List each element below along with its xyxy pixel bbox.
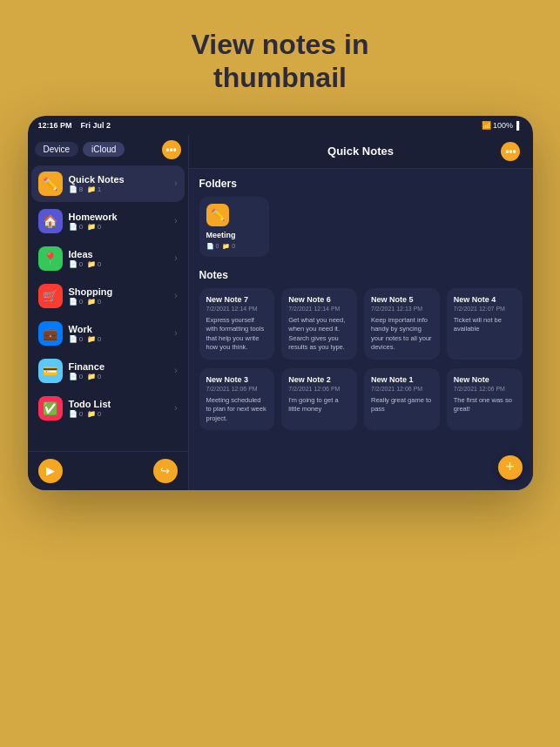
todo-icon: ✅ (38, 396, 63, 421)
main-scroll-area[interactable]: Folders ✏️ Meeting 📄 0 📁 0 Notes N (189, 169, 533, 490)
sidebar-item-quick-notes[interactable]: ✏️ Quick Notes 📄 8 📁 1 › (31, 165, 185, 202)
note-card-7[interactable]: New Note 7 7/2/2021 12:14 PM Express you… (199, 288, 275, 360)
finance-meta: 📄 0 📁 0 (69, 373, 175, 380)
work-icon: 💼 (38, 321, 63, 346)
todo-meta: 📄 0 📁 0 (69, 410, 175, 418)
sidebar-item-finance[interactable]: 💳 Finance 📄 0 📁 0 › (31, 353, 185, 389)
work-meta: 📄 0 📁 0 (69, 335, 175, 343)
main-title: Quick Notes (327, 145, 394, 158)
main-header: Quick Notes ••• (189, 135, 533, 169)
note-3-date: 7/2/2021 12:06 PM (206, 386, 268, 392)
note-6-date: 7/2/2021 12:14 PM (288, 306, 350, 312)
chevron-icon: › (174, 366, 177, 375)
ideas-label: Ideas (69, 249, 175, 259)
meeting-folder-name: Meeting (206, 231, 262, 239)
quick-notes-meta: 📄 8 📁 1 (69, 185, 175, 193)
note-5-date: 7/2/2021 12:13 PM (371, 306, 433, 312)
app-container: Device iCloud ••• ✏️ Quick Notes 📄 8 📁 1… (28, 135, 533, 490)
note-card-3[interactable]: New Note 3 7/2/2021 12:06 PM Meeting sch… (199, 368, 275, 431)
ideas-meta: 📄 0 📁 0 (69, 260, 175, 268)
note-0-date: 7/2/2021 12:06 PM (454, 386, 516, 392)
note-4-body: Ticket will not be available (454, 316, 516, 334)
todo-label: Todo List (69, 399, 175, 409)
quick-notes-label: Quick Notes (69, 174, 175, 185)
folders-section-title: Folders (199, 178, 523, 190)
tab-device[interactable]: Device (35, 142, 79, 157)
note-card-0[interactable]: New Note 7/2/2021 12:06 PM The first one… (447, 368, 523, 431)
note-card-6[interactable]: New Note 6 7/2/2021 12:14 PM Get what yo… (281, 288, 357, 360)
work-label: Work (69, 324, 175, 334)
homework-icon: 🏠 (38, 209, 63, 233)
note-5-title: New Note 5 (371, 295, 433, 304)
finance-info: Finance 📄 0 📁 0 (69, 361, 175, 380)
device-frame: 12:16 PM Fri Jul 2 📶 100% ▌ Device iClou… (28, 116, 533, 490)
notes-grid-row1: New Note 7 7/2/2021 12:14 PM Express you… (199, 288, 523, 360)
sidebar-item-shopping[interactable]: 🛒 Shopping 📄 0 📁 0 › (31, 278, 185, 314)
note-card-2[interactable]: New Note 2 7/2/2021 12:06 PM I'm going t… (281, 368, 357, 431)
folder-card-meeting[interactable]: ✏️ Meeting 📄 0 📁 0 (199, 197, 269, 257)
main-content-wrapper: Quick Notes ••• Folders ✏️ Meeting 📄 0 📁… (189, 135, 533, 490)
export-button[interactable]: ↪ (153, 459, 178, 483)
note-2-date: 7/2/2021 12:06 PM (288, 386, 350, 392)
note-2-title: New Note 2 (288, 375, 350, 384)
battery-icon: ▌ (516, 121, 522, 130)
sidebar-item-homework[interactable]: 🏠 Homework 📄 0 📁 0 › (31, 203, 185, 239)
main-more-button[interactable]: ••• (501, 142, 520, 161)
note-0-body: The first one was so great! (454, 396, 516, 414)
homework-meta: 📄 0 📁 0 (69, 223, 175, 231)
note-0-title: New Note (454, 375, 516, 384)
play-button[interactable]: ▶ (38, 459, 63, 483)
note-7-date: 7/2/2021 12:14 PM (206, 306, 268, 312)
finance-icon: 💳 (38, 359, 63, 383)
note-card-1[interactable]: New Note 1 7/2/2021 12:06 PM Really grea… (364, 368, 440, 431)
homework-label: Homework (69, 212, 175, 222)
status-bar: 12:16 PM Fri Jul 2 📶 100% ▌ (28, 116, 533, 135)
meeting-folder-meta: 📄 0 📁 0 (206, 243, 262, 250)
sidebar-more-button[interactable]: ••• (162, 140, 181, 159)
note-2-body: I'm going to get a little money (288, 396, 350, 414)
note-3-body: Meeting scheduled to plan for next week … (206, 396, 268, 424)
note-card-4[interactable]: New Note 4 7/2/2021 12:07 PM Ticket will… (447, 288, 523, 360)
header-title: View notes in thumbnail (192, 29, 369, 93)
finance-label: Finance (69, 361, 175, 372)
sidebar-item-todo-list[interactable]: ✅ Todo List 📄 0 📁 0 › (31, 390, 185, 427)
page-header: View notes in thumbnail (157, 0, 404, 116)
chevron-icon: › (174, 291, 177, 300)
shopping-label: Shopping (69, 286, 175, 297)
note-7-title: New Note 7 (206, 295, 268, 304)
tab-icloud[interactable]: iCloud (83, 142, 125, 157)
quick-notes-info: Quick Notes 📄 8 📁 1 (69, 174, 175, 193)
sidebar-item-work[interactable]: 💼 Work 📄 0 📁 0 › (31, 315, 185, 352)
folders-grid: ✏️ Meeting 📄 0 📁 0 (199, 197, 523, 257)
note-5-body: Keep important info handy by syncing you… (371, 316, 433, 353)
status-right: 📶 100% ▌ (482, 121, 523, 130)
chevron-icon: › (174, 216, 177, 225)
sidebar-item-ideas[interactable]: 📍 Ideas 📄 0 📁 0 › (31, 240, 185, 277)
meeting-folder-icon: ✏️ (206, 204, 229, 226)
note-1-title: New Note 1 (371, 375, 433, 384)
shopping-meta: 📄 0 📁 0 (69, 298, 175, 306)
sidebar-footer: ▶ ↪ (28, 451, 188, 490)
status-time: 12:16 PM Fri Jul 2 (38, 121, 111, 130)
shopping-info: Shopping 📄 0 📁 0 (69, 286, 175, 306)
note-6-title: New Note 6 (288, 295, 350, 304)
notes-grid-row2: New Note 3 7/2/2021 12:06 PM Meeting sch… (199, 368, 523, 431)
shopping-icon: 🛒 (38, 284, 63, 308)
todo-info: Todo List 📄 0 📁 0 (69, 399, 175, 418)
chevron-icon: › (174, 178, 177, 188)
homework-info: Homework 📄 0 📁 0 (69, 212, 175, 231)
note-4-date: 7/2/2021 12:07 PM (454, 306, 516, 312)
main-content: Quick Notes ••• Folders ✏️ Meeting 📄 0 📁… (189, 135, 533, 490)
sidebar-items-list: ✏️ Quick Notes 📄 8 📁 1 › 🏠 Homework 📄 0 … (28, 163, 188, 451)
quick-notes-icon: ✏️ (38, 172, 63, 196)
chevron-icon: › (174, 253, 177, 263)
note-card-5[interactable]: New Note 5 7/2/2021 12:13 PM Keep import… (364, 288, 440, 360)
chevron-icon: › (174, 328, 177, 338)
note-1-date: 7/2/2021 12:06 PM (371, 386, 433, 392)
fab-add-button[interactable]: + (498, 455, 523, 480)
ideas-icon: 📍 (38, 246, 63, 271)
ideas-info: Ideas 📄 0 📁 0 (69, 249, 175, 268)
chevron-icon: › (174, 403, 177, 413)
note-6-body: Get what you need, when you need it. Sea… (288, 316, 350, 353)
notes-section-title: Notes (199, 269, 523, 281)
